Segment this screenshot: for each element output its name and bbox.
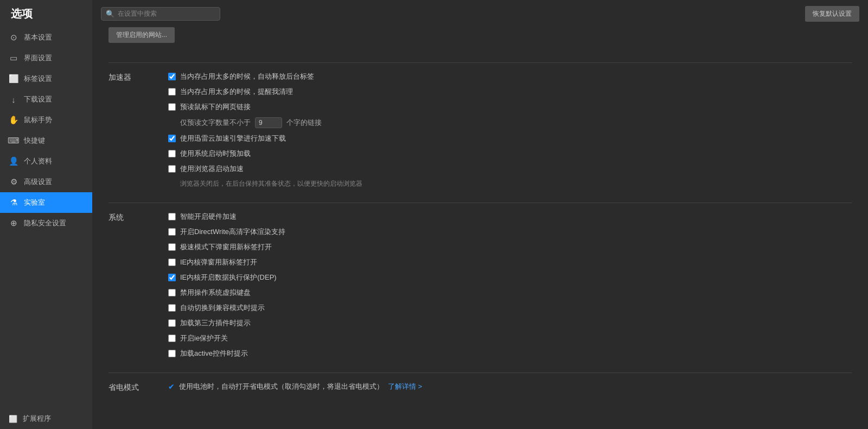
sidebar-label-lab: 实验室 [24, 198, 45, 207]
checkbox-acc1[interactable] [168, 73, 176, 80]
shortcuts-icon: ⌨ [9, 136, 18, 146]
sidebar-item-privacy[interactable]: ⊕隐私安全设置 [0, 213, 92, 234]
accelerator-content: 当内存占用太多的时候，自动释放后台标签当内存占用太多的时候，提醒我清理预读鼠标下… [168, 72, 852, 194]
checkbox-sys6[interactable] [168, 289, 176, 296]
search-icon: 🔍 [106, 10, 114, 18]
accelerator-section: 加速器 当内存占用太多的时候，自动释放后台标签当内存占用太多的时候，提醒我清理预… [108, 72, 852, 194]
app-title: 选项 [0, 0, 92, 27]
sidebar-item-advanced[interactable]: ⚙高级设置 [0, 172, 92, 192]
checkbox-label-acc2[interactable]: 当内存占用太多的时候，提醒我清理 [180, 87, 293, 97]
checkbox-row-acc5: 使用系统启动时预加载 [168, 149, 852, 159]
sidebar-item-tabs[interactable]: ⬜标签设置 [0, 68, 92, 89]
search-box[interactable]: 🔍 [101, 7, 220, 21]
checkbox-label-acc3[interactable]: 预读鼠标下的网页链接 [180, 102, 251, 112]
checkbox-acc5[interactable] [168, 150, 176, 157]
checkbox-label-sys2[interactable]: 开启DirectWrite高清字体渲染支持 [180, 227, 285, 237]
checkbox-row-acc6: 使用浏览器启动加速 [168, 164, 852, 174]
checkbox-row-sys7: 自动切换到兼容模式时提示 [168, 303, 852, 313]
sidebar-label-shortcuts: 快捷键 [24, 136, 45, 146]
checkbox-label-acc6[interactable]: 使用浏览器启动加速 [180, 164, 244, 174]
checkbox-sys8[interactable] [168, 319, 176, 327]
managed-sites-button[interactable]: 管理启用的网站... [108, 27, 175, 43]
sidebar-item-shortcuts[interactable]: ⌨快捷键 [0, 130, 92, 151]
power-label: 省电模式 [108, 382, 152, 393]
checkbox-row-acc3: 预读鼠标下的网页链接 [168, 102, 852, 112]
checkbox-sys2[interactable] [168, 228, 176, 236]
checkbox-acc6[interactable] [168, 165, 176, 173]
sidebar-nav: ⊙基本设置▭界面设置⬜标签设置↓下载设置✋鼠标手势⌨快捷键👤个人资料⚙高级设置⚗… [0, 27, 92, 408]
checkbox-sys1[interactable] [168, 213, 176, 220]
checkbox-label-acc4[interactable]: 使用迅雷云加速引擎进行加速下载 [180, 134, 286, 143]
basic-icon: ⊙ [9, 33, 18, 42]
divider-3 [108, 373, 852, 373]
system-content: 智能开启硬件加速开启DirectWrite高清字体渲染支持极速模式下弹窗用新标签… [168, 212, 852, 364]
checkbox-label-sys5[interactable]: IE内核开启数据执行保护(DEP) [180, 273, 277, 282]
accelerator-label: 加速器 [108, 72, 152, 194]
checkbox-acc4[interactable] [168, 135, 176, 142]
search-input[interactable] [118, 10, 215, 17]
tabs-icon: ⬜ [9, 74, 18, 84]
checkbox-label-sys6[interactable]: 禁用操作系统虚拟键盘 [180, 288, 251, 298]
sidebar-item-mouse[interactable]: ✋鼠标手势 [0, 110, 92, 130]
checkbox-label-sys1[interactable]: 智能开启硬件加速 [180, 212, 237, 222]
checkbox-label-sys10[interactable]: 加载active控件时提示 [180, 349, 248, 358]
checkbox-sys3[interactable] [168, 243, 176, 251]
checkbox-sys7[interactable] [168, 304, 176, 312]
checkbox-row-sys6: 禁用操作系统虚拟键盘 [168, 288, 852, 298]
checkbox-row-sys8: 加载第三方插件时提示 [168, 318, 852, 328]
sidebar-label-advanced: 高级设置 [24, 177, 52, 187]
sidebar-label-profile: 个人资料 [24, 156, 52, 166]
power-checkmark: ✔ [168, 382, 175, 391]
power-desc: 使用电池时，自动打开省电模式（取消勾选时，将退出省电模式） [179, 382, 384, 392]
sidebar-label-basic: 基本设置 [24, 33, 52, 42]
sidebar-item-extensions[interactable]: ⬜ 扩展程序 [0, 408, 92, 429]
checkbox-label-sys8[interactable]: 加载第三方插件时提示 [180, 318, 251, 328]
checkbox-row-acc1: 当内存占用太多的时候，自动释放后台标签 [168, 72, 852, 81]
restore-defaults-button[interactable]: 恢复默认设置 [805, 6, 859, 22]
checkbox-sys10[interactable] [168, 350, 176, 357]
sidebar-label-mouse: 鼠标手势 [24, 115, 52, 125]
preread-prefix: 仅预读文字数量不小于 [180, 118, 251, 128]
checkbox-row-acc4: 使用迅雷云加速引擎进行加速下载 [168, 134, 852, 143]
checkbox-row-sys3: 极速模式下弹窗用新标签打开 [168, 242, 852, 252]
checkbox-acc3[interactable] [168, 103, 176, 111]
checkbox-label-sys3[interactable]: 极速模式下弹窗用新标签打开 [180, 242, 272, 252]
header: 🔍 恢复默认设置 [92, 0, 868, 27]
checkbox-sys9[interactable] [168, 335, 176, 342]
checkbox-row-sys1: 智能开启硬件加速 [168, 212, 852, 222]
checkbox-label-acc5[interactable]: 使用系统启动时预加载 [180, 149, 251, 159]
sidebar-item-profile[interactable]: 👤个人资料 [0, 151, 92, 172]
checkbox-label-sys9[interactable]: 开启ie保护开关 [180, 333, 228, 343]
system-section: 系统 智能开启硬件加速开启DirectWrite高清字体渲染支持极速模式下弹窗用… [108, 212, 852, 364]
advanced-icon: ⚙ [9, 177, 18, 187]
extensions-icon: ⬜ [9, 415, 17, 423]
checkbox-label-sys7[interactable]: 自动切换到兼容模式时提示 [180, 303, 265, 313]
checkbox-acc2[interactable] [168, 88, 176, 96]
preread-suffix: 个字的链接 [286, 118, 322, 128]
checkbox-label-sys4[interactable]: IE内核弹窗用新标签打开 [180, 257, 257, 267]
sidebar-item-lab[interactable]: ⚗实验室 [0, 192, 92, 213]
power-learn-more-link[interactable]: 了解详情 > [388, 382, 422, 392]
checkbox-row-sys2: 开启DirectWrite高清字体渲染支持 [168, 227, 852, 237]
checkbox-row-sys9: 开启ie保护开关 [168, 333, 852, 343]
sidebar-item-basic[interactable]: ⊙基本设置 [0, 27, 92, 48]
sidebar-footer-label: 扩展程序 [23, 414, 51, 424]
power-content: ✔ 使用电池时，自动打开省电模式（取消勾选时，将退出省电模式） 了解详情 > [168, 382, 852, 393]
preread-number-input[interactable] [255, 117, 282, 128]
checkbox-row-sys10: 加载active控件时提示 [168, 349, 852, 358]
download-icon: ↓ [9, 94, 18, 104]
sidebar-item-interface[interactable]: ▭界面设置 [0, 48, 92, 68]
preread-input-row: 仅预读文字数量不小于 个字的链接 [168, 117, 852, 128]
checkbox-row-sys5: IE内核开启数据执行保护(DEP) [168, 273, 852, 282]
sidebar-item-download[interactable]: ↓下载设置 [0, 89, 92, 110]
profile-icon: 👤 [9, 156, 18, 166]
sidebar-label-interface: 界面设置 [24, 53, 52, 63]
content-area: 管理启用的网站... 加速器 当内存占用太多的时候，自动释放后台标签当内存占用太… [92, 27, 868, 429]
checkbox-sys4[interactable] [168, 258, 176, 266]
system-label: 系统 [108, 212, 152, 364]
accelerator-sub-desc: 浏览器关闭后，在后台保持其准备状态，以便更快的启动浏览器 [168, 179, 852, 188]
checkbox-sys5[interactable] [168, 274, 176, 281]
checkbox-label-acc1[interactable]: 当内存占用太多的时候，自动释放后台标签 [180, 72, 314, 81]
privacy-icon: ⊕ [9, 218, 18, 228]
power-section: 省电模式 ✔ 使用电池时，自动打开省电模式（取消勾选时，将退出省电模式） 了解详… [108, 382, 852, 393]
